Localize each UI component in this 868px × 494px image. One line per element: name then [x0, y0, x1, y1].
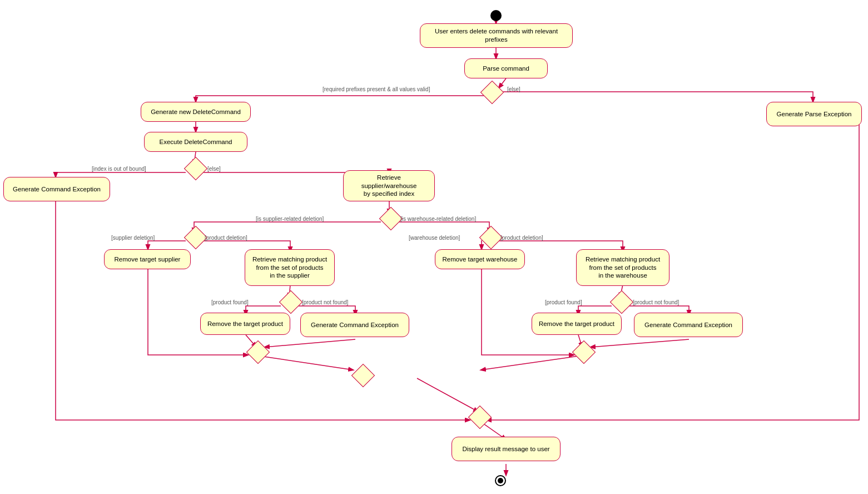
- node-cmd-exception-3: Generate Command Exception: [634, 313, 743, 337]
- svg-line-9: [265, 339, 355, 347]
- label-required-prefixes: [required prefixes present & all values …: [323, 86, 430, 92]
- diamond-d5: [479, 226, 503, 249]
- node-cmd-exception-2: Generate Command Exception: [300, 313, 409, 337]
- label-product-not-found1: [product not found]: [302, 299, 348, 305]
- label-product-del2: [product deletion]: [500, 235, 543, 241]
- end-node: [495, 475, 506, 486]
- diamond-d6: [279, 290, 302, 314]
- diamond-d3: [379, 207, 403, 230]
- svg-line-13: [481, 355, 582, 370]
- diamond-d11: [468, 406, 492, 429]
- start-node: [490, 10, 502, 21]
- label-else1: [else]: [507, 86, 520, 92]
- label-else2: [else]: [207, 166, 221, 172]
- node-remove-warehouse: Remove target warehouse: [435, 249, 525, 269]
- svg-line-14: [417, 378, 478, 412]
- svg-line-2: [499, 78, 506, 88]
- label-product-del1: [product deletion]: [205, 235, 247, 241]
- diamond-d2: [184, 157, 207, 180]
- node-retrieve-supplier-warehouse: Retrieve supplier/warehouseby specified …: [343, 170, 435, 201]
- node-execute-delete-command: Execute DeleteCommand: [144, 132, 247, 152]
- node-parse-command: Parse command: [464, 58, 548, 78]
- diamond-d1: [480, 81, 504, 104]
- node-user-enters: User enters delete commands with relevan…: [420, 23, 573, 48]
- label-product-found1: [product found]: [211, 299, 249, 305]
- label-warehouse-related: [is warehouse-related deletion]: [400, 216, 476, 222]
- label-supplier-del: [supplier deletion]: [111, 235, 155, 241]
- node-generate-delete-command: Generate new DeleteCommand: [141, 102, 251, 122]
- label-index-oob: [index is out of bound]: [92, 166, 146, 172]
- diamond-d4: [184, 226, 207, 249]
- svg-line-12: [256, 355, 353, 370]
- node-retrieve-product-warehouse: Retrieve matching productfrom the set of…: [576, 249, 669, 286]
- node-retrieve-product-supplier: Retrieve matching productfrom the set of…: [245, 249, 335, 286]
- node-remove-product-supplier: Remove the target product: [200, 313, 290, 335]
- label-warehouse-del: [warehouse deletion]: [409, 235, 460, 241]
- label-product-not-found2: [product not found]: [633, 299, 679, 305]
- node-display-result: Display result message to user: [452, 437, 561, 461]
- diamond-d10: [351, 364, 375, 387]
- node-remove-supplier: Remove target supplier: [104, 249, 191, 269]
- node-cmd-exception-1: Generate Command Exception: [3, 177, 110, 201]
- node-remove-product-warehouse: Remove the target product: [532, 313, 622, 335]
- diamond-d7: [610, 290, 633, 314]
- label-supplier-related: [is supplier-related deletion]: [256, 216, 324, 222]
- diamond-d9: [572, 340, 596, 364]
- diamond-d8: [246, 340, 270, 364]
- node-parse-exception: [else] Generate Parse Exception: [766, 102, 862, 126]
- svg-line-11: [591, 339, 689, 347]
- label-product-found2: [product found]: [545, 299, 582, 305]
